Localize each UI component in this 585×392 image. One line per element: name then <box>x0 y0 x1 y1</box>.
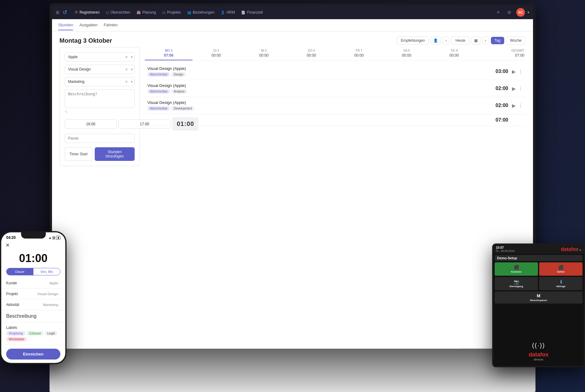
tablet-gehen-btn[interactable]: ⬛ Gehen <box>539 262 583 276</box>
phone-labels-row[interactable]: Labels › Vergütung Zuhause Legal Werbele… <box>1 322 65 345</box>
settings-icon[interactable]: ⚙ <box>505 9 514 16</box>
tablet-dienstgang-btn[interactable]: 📷 Dienstgang <box>495 277 538 290</box>
day-tab-sa8[interactable]: SA 8 00:00 <box>383 47 431 60</box>
projects-icon: 🗂 <box>162 11 166 14</box>
clock-icon: ⏱ <box>75 11 78 14</box>
woche-button[interactable]: Woche <box>506 37 526 45</box>
tag-legal: Legal <box>45 331 57 336</box>
entry-play-0[interactable]: ▶ <box>512 69 516 75</box>
monitor-desk-surface <box>50 349 535 392</box>
form-actions: Timer Start Stunden hinzufügen <box>65 147 135 161</box>
start-time-input[interactable] <box>65 119 117 129</box>
phone-bezel: 04:20 ▲ ||| ▮ ✕ 01:00 Dauer Von, Bis Kun… <box>0 231 67 364</box>
client-clear-icon[interactable]: ✕ <box>125 55 128 59</box>
entry-title-2: Visual Design (Apple) <box>147 100 496 105</box>
entry-more-0[interactable]: ⋮ <box>518 69 523 75</box>
labels-chevron-icon: › <box>59 327 60 330</box>
phone-label-aktivitat: Aktivität <box>6 303 19 307</box>
tab-fahrten[interactable]: Fahrten <box>104 23 118 30</box>
tablet-device: 10:07 Fr., 18.03.2222 datafox ● Demo-Set… <box>492 243 585 373</box>
calendar-view-icon[interactable]: ▦ <box>471 37 480 45</box>
phone-screen: 04:20 ▲ ||| ▮ ✕ 01:00 Dauer Von, Bis Kun… <box>1 232 65 363</box>
next-button[interactable]: › <box>482 37 489 45</box>
kommen-icon: ⬛ <box>496 265 537 270</box>
phone-tab-vonbis[interactable]: Von, Bis <box>33 268 60 275</box>
entry-hours-2: 02:00 <box>496 103 508 108</box>
day-tab-di4[interactable]: DI 4 00:00 <box>193 47 240 60</box>
day-tab-so8[interactable]: SO 8 00:00 <box>431 47 478 60</box>
entry-info-0: Visual Design (Apple) Abrechenbar Design <box>147 66 496 77</box>
phone-label-kunde: Kunde <box>6 281 17 285</box>
chevron-right-icon-2: › <box>59 303 60 307</box>
empfehlungen-button[interactable]: Empfehlungen <box>397 37 429 45</box>
tablet-abfrage-btn[interactable]: ℹ Abfrage <box>539 277 583 290</box>
nav-hrm[interactable]: 👤 HRM <box>218 9 237 16</box>
entry-badges-0: Abrechenbar Design <box>147 72 496 77</box>
description-textarea[interactable] <box>65 89 135 108</box>
project-clear-icon[interactable]: ✕ <box>125 67 128 71</box>
activity-arrow-icon[interactable]: ▾ <box>131 80 133 84</box>
phone-row-aktivitat: Aktivität Marketing › <box>1 299 65 310</box>
day-tab-mo3[interactable]: MO 3 07:00 <box>145 47 193 60</box>
activity-input[interactable] <box>65 77 135 86</box>
entry-more-2[interactable]: ⋮ <box>518 103 523 109</box>
tab-ausgaben[interactable]: Ausgaben <box>79 23 98 30</box>
nav-finanziell[interactable]: 📄 Finanziell <box>239 9 265 16</box>
phone-tab-dauer[interactable]: Dauer <box>6 268 33 275</box>
nav-ubersichten[interactable]: ◫ Übersichten <box>103 9 133 16</box>
badge-billable-1: Abrechenbar <box>147 89 170 94</box>
finance-icon: 📄 <box>241 11 245 15</box>
day-tab-mi5[interactable]: MI 5 00:00 <box>240 47 288 60</box>
tablet-raucherpause-btn[interactable]: M Raucherpause <box>495 291 583 304</box>
tablet-main: Demo-Setup ⬛ Kommen ⬛ Gehen 📷 Dienstgang <box>493 254 584 337</box>
day-tab-do6[interactable]: DO 6 00:00 <box>288 47 335 60</box>
chevron-right-icon-1: › <box>59 292 60 296</box>
phone-close-icon[interactable]: ✕ <box>1 241 65 249</box>
nav-registrieren[interactable]: ⏱ Registrieren <box>72 9 102 16</box>
pause-input[interactable] <box>65 134 135 143</box>
project-input[interactable] <box>65 65 135 74</box>
tablet-demo-title: Demo-Setup <box>495 255 583 261</box>
nav-planung[interactable]: 📅 Planung <box>134 9 158 16</box>
battery-icon: ▮ <box>56 236 60 240</box>
tag-button[interactable]: Tag <box>491 37 504 44</box>
add-button[interactable]: + <box>494 8 502 17</box>
calendar-icon: 📅 <box>136 11 141 15</box>
avatar-chevron[interactable]: ▾ <box>527 10 529 15</box>
chevron-right-icon-0: › <box>59 282 60 285</box>
tab-stunden[interactable]: Stunden <box>58 23 73 30</box>
client-arrow-icon[interactable]: ▾ <box>131 55 133 59</box>
tablet-screen: 10:07 Fr., 18.03.2222 datafox ● Demo-Set… <box>493 245 584 366</box>
entry-info-1: Visual Design (Apple) Abrechenbar Analys… <box>147 83 496 94</box>
nav-beziehungen[interactable]: 👥 Beziehungen <box>184 9 217 16</box>
entry-info-2: Visual Design (Apple) Abrechenbar Develo… <box>147 100 496 111</box>
info-icon: ℹ <box>540 279 581 284</box>
entry-play-2[interactable]: ▶ <box>512 103 516 109</box>
user-filter-icon[interactable]: 👤 <box>431 37 441 45</box>
day-tab-gesamt: GESAMT 07:00 <box>478 47 526 60</box>
prev-button[interactable]: ‹ <box>443 37 449 45</box>
day-tab-fr7[interactable]: FR 7 00:00 <box>335 47 383 60</box>
add-hours-button[interactable]: Stunden hinzufügen <box>95 147 135 161</box>
tablet-kommen-btn[interactable]: ⬛ Kommen <box>495 262 538 276</box>
hrm-icon: 👤 <box>221 11 225 15</box>
nav-projekte[interactable]: 🗂 Projekte <box>160 9 183 16</box>
datafox-branding: ((·)) datafox devices <box>529 342 548 361</box>
phone-row-projekt: Projekt Visual Design › <box>1 289 65 299</box>
timer-start-button[interactable]: Timer Start <box>65 147 92 161</box>
entry-more-1[interactable]: ⋮ <box>518 86 523 92</box>
activity-field: ✕ ▾ <box>65 77 135 86</box>
user-avatar[interactable]: SC <box>516 8 525 17</box>
project-arrow-icon[interactable]: ▾ <box>131 67 133 71</box>
phone-submit-button[interactable]: Einreichen <box>6 349 60 360</box>
entry-row-2: Visual Design (Apple) Abrechenbar Develo… <box>145 97 526 114</box>
tag-zuhause: Zuhause <box>27 331 44 336</box>
entry-hours-1: 02:00 <box>496 86 508 91</box>
entry-play-1[interactable]: ▶ <box>512 86 516 92</box>
activity-clear-icon[interactable]: ✕ <box>125 80 128 84</box>
grid-icon[interactable]: ⊞ <box>56 10 59 15</box>
heute-button[interactable]: Heute <box>451 37 469 45</box>
client-input[interactable] <box>65 52 135 62</box>
entry-row-0: Visual Design (Apple) Abrechenbar Design… <box>145 63 526 80</box>
phone-rows: Kunde Apple › Projekt Visual Design › Ak… <box>1 278 65 345</box>
